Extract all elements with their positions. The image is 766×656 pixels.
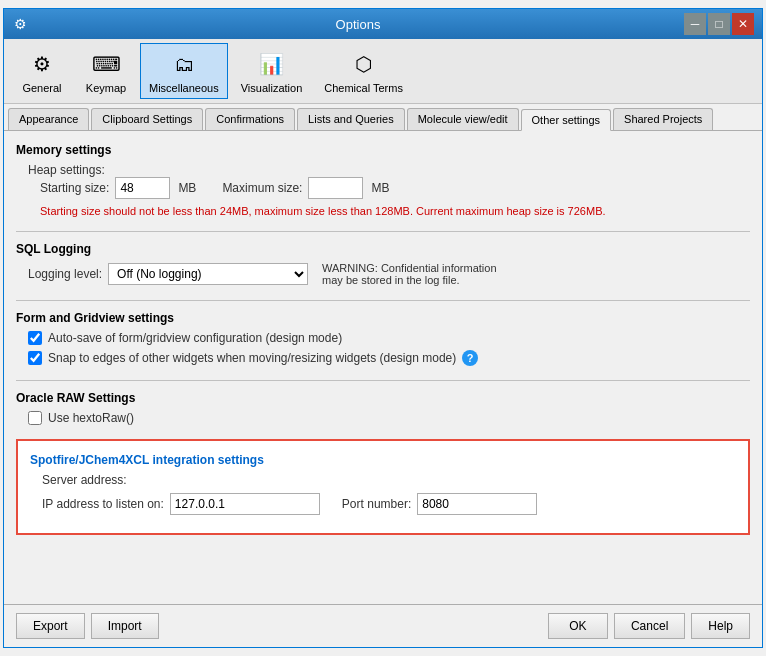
tab-appearance[interactable]: Appearance xyxy=(8,108,89,130)
tab-bar: Appearance Clipboard Settings Confirmati… xyxy=(4,104,762,131)
divider-3 xyxy=(16,380,750,381)
toolbar-chemical-terms-label: Chemical Terms xyxy=(324,82,403,94)
form-gridview-checkboxes: Auto-save of form/gridview configuration… xyxy=(28,331,750,366)
autosave-checkbox[interactable] xyxy=(28,331,42,345)
footer: Export Import OK Cancel Help xyxy=(4,604,762,647)
ip-label: IP address to listen on: xyxy=(42,497,164,511)
memory-settings-section: Memory settings Heap settings: Starting … xyxy=(16,143,750,217)
server-address-label: Server address: xyxy=(42,473,736,487)
autosave-label: Auto-save of form/gridview configuration… xyxy=(48,331,342,345)
toolbar: ⚙ General ⌨ Keymap 🗂 Miscellaneous 📊 Vis… xyxy=(4,39,762,104)
export-button[interactable]: Export xyxy=(16,613,85,639)
divider-2 xyxy=(16,300,750,301)
hextoraw-label: Use hextoRaw() xyxy=(48,411,134,425)
logging-level-row: Logging level: Off (No logging) Minimal … xyxy=(28,262,750,286)
sql-logging-title: SQL Logging xyxy=(16,242,750,256)
toolbar-keymap-label: Keymap xyxy=(86,82,126,94)
minimize-button[interactable]: ─ xyxy=(684,13,706,35)
footer-left: Export Import xyxy=(16,613,159,639)
general-icon: ⚙ xyxy=(26,48,58,80)
divider-1 xyxy=(16,231,750,232)
cancel-button[interactable]: Cancel xyxy=(614,613,685,639)
integration-settings-box: Spotfire/JChem4XCL integration settings … xyxy=(16,439,750,535)
keymap-icon: ⌨ xyxy=(90,48,122,80)
heap-settings-label: Heap settings: xyxy=(28,163,750,177)
tab-other-settings[interactable]: Other settings xyxy=(521,109,611,131)
tab-lists-queries[interactable]: Lists and Queries xyxy=(297,108,405,130)
chemical-terms-icon: ⬡ xyxy=(348,48,380,80)
integration-title: Spotfire/JChem4XCL integration settings xyxy=(30,453,736,467)
starting-size-input[interactable] xyxy=(115,177,170,199)
sql-warning-text: WARNING: Confidential information may be… xyxy=(322,262,502,286)
options-window: ⚙ Options ─ □ ✕ ⚙ General ⌨ Keymap 🗂 Mis… xyxy=(3,8,763,648)
snap-edges-label: Snap to edges of other widgets when movi… xyxy=(48,351,456,365)
tab-confirmations[interactable]: Confirmations xyxy=(205,108,295,130)
footer-right: OK Cancel Help xyxy=(548,613,750,639)
oracle-raw-section: Oracle RAW Settings Use hextoRaw() xyxy=(16,391,750,425)
sql-logging-section: SQL Logging Logging level: Off (No loggi… xyxy=(16,242,750,286)
memory-warning-text: Starting size should not be less than 24… xyxy=(40,205,750,217)
toolbar-general-label: General xyxy=(22,82,61,94)
oracle-raw-title: Oracle RAW Settings xyxy=(16,391,750,405)
integration-row: IP address to listen on: Port number: xyxy=(42,493,736,515)
toolbar-chemical-terms[interactable]: ⬡ Chemical Terms xyxy=(315,43,412,99)
heap-settings-group: Heap settings: Starting size: MB Maximum… xyxy=(28,163,750,217)
window-icon: ⚙ xyxy=(12,16,28,32)
tab-shared-projects[interactable]: Shared Projects xyxy=(613,108,713,130)
memory-settings-title: Memory settings xyxy=(16,143,750,157)
hextoraw-checkbox[interactable] xyxy=(28,411,42,425)
logging-level-label: Logging level: xyxy=(28,267,102,281)
window-title: Options xyxy=(32,17,684,32)
port-label: Port number: xyxy=(342,497,411,511)
ok-button[interactable]: OK xyxy=(548,613,608,639)
max-size-label: Maximum size: xyxy=(222,181,302,195)
form-gridview-section: Form and Gridview settings Auto-save of … xyxy=(16,311,750,366)
tab-molecule-view[interactable]: Molecule view/edit xyxy=(407,108,519,130)
toolbar-miscellaneous-label: Miscellaneous xyxy=(149,82,219,94)
maximize-button[interactable]: □ xyxy=(708,13,730,35)
autosave-row: Auto-save of form/gridview configuration… xyxy=(28,331,750,345)
ip-input[interactable] xyxy=(170,493,320,515)
port-input[interactable] xyxy=(417,493,537,515)
toolbar-keymap[interactable]: ⌨ Keymap xyxy=(76,43,136,99)
snap-edges-checkbox[interactable] xyxy=(28,351,42,365)
starting-size-unit: MB xyxy=(178,181,196,195)
visualization-icon: 📊 xyxy=(255,48,287,80)
form-gridview-title: Form and Gridview settings xyxy=(16,311,750,325)
max-size-input[interactable] xyxy=(308,177,363,199)
logging-level-select[interactable]: Off (No logging) Minimal Full xyxy=(108,263,308,285)
window-controls: ─ □ ✕ xyxy=(684,13,754,35)
toolbar-miscellaneous[interactable]: 🗂 Miscellaneous xyxy=(140,43,228,99)
toolbar-visualization[interactable]: 📊 Visualization xyxy=(232,43,312,99)
main-content: Memory settings Heap settings: Starting … xyxy=(4,131,762,604)
title-bar: ⚙ Options ─ □ ✕ xyxy=(4,9,762,39)
toolbar-general[interactable]: ⚙ General xyxy=(12,43,72,99)
miscellaneous-icon: 🗂 xyxy=(168,48,200,80)
help-button[interactable]: Help xyxy=(691,613,750,639)
heap-size-row: Starting size: MB Maximum size: MB xyxy=(40,177,750,199)
import-button[interactable]: Import xyxy=(91,613,159,639)
oracle-raw-row: Use hextoRaw() xyxy=(28,411,750,425)
tab-clipboard-settings[interactable]: Clipboard Settings xyxy=(91,108,203,130)
snap-edges-row: Snap to edges of other widgets when movi… xyxy=(28,350,750,366)
close-button[interactable]: ✕ xyxy=(732,13,754,35)
max-size-unit: MB xyxy=(371,181,389,195)
starting-size-label: Starting size: xyxy=(40,181,109,195)
snap-help-icon[interactable]: ? xyxy=(462,350,478,366)
toolbar-visualization-label: Visualization xyxy=(241,82,303,94)
